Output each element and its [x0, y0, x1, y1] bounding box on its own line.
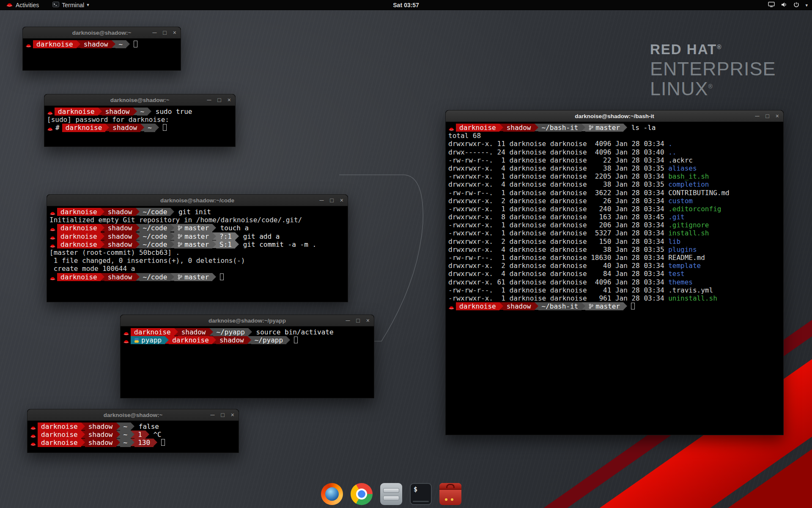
terminal-line: -rw-rw-r--. 1 darknoise darknoise 41 Jan…	[448, 286, 781, 294]
terminal-line: Initialized empty Git repository in /hom…	[49, 216, 345, 224]
prompt-segment-text: ~	[123, 431, 128, 439]
powerline-separator-icon	[101, 232, 104, 240]
output-text: drwxrwxr-x. 4 darknoise darknoise 38 Jan…	[448, 180, 668, 188]
command-text: git init	[174, 208, 211, 216]
window-titlebar[interactable]: darknoise@shadow:~─□×	[23, 27, 181, 39]
terminal-content[interactable]: darknoiseshadow~/code git initInitialize…	[47, 206, 348, 283]
app-grid-icon	[469, 483, 491, 505]
prompt-segment-venv: pyapp	[131, 336, 165, 344]
command-text: git commit -a -m .	[239, 240, 316, 248]
terminal-window[interactable]: darknoise@shadow:~/bash-it─□×darknoisesh…	[445, 110, 784, 435]
redhat-prompt-icon	[123, 336, 131, 345]
dock-item-files[interactable]	[380, 483, 403, 505]
window-titlebar[interactable]: darknoise@shadow:~/pyapp─□×	[121, 315, 374, 326]
powerline-separator-icon	[499, 302, 503, 310]
minimize-button[interactable]: ─	[210, 412, 214, 418]
powerline-separator-icon	[105, 124, 109, 131]
prompt-segment-text: darknoise	[41, 422, 78, 431]
prompt-segment-text: darknoise	[58, 108, 95, 116]
prompt-segment-git: master	[585, 302, 623, 310]
output-text: drwxrwxr-x. 4 darknoise darknoise 38 Jan…	[448, 164, 668, 172]
text-cursor	[161, 439, 165, 446]
prompt-segment-git: master	[174, 240, 212, 248]
powerline-separator-icon	[535, 302, 538, 310]
maximize-button[interactable]: □	[163, 30, 166, 36]
dock-item-app-grid[interactable]	[469, 483, 491, 505]
window-titlebar[interactable]: darknoise@shadow:~─□×	[27, 409, 239, 421]
maximize-button[interactable]: □	[330, 197, 333, 203]
prompt-segment-text: shadow	[108, 273, 132, 281]
command-text: ^C	[149, 431, 162, 439]
minimize-button[interactable]: ─	[346, 318, 350, 323]
dock-item-terminal[interactable]: $	[409, 483, 432, 505]
output-text: drwxrwxr-x. 61 darknoise darknoise 4096 …	[448, 278, 668, 286]
window-titlebar[interactable]: darknoise@shadow:~/bash-it─□×	[446, 110, 783, 122]
terminal-window[interactable]: darknoise@shadow:~/code─□×darknoiseshado…	[47, 194, 348, 302]
powerline-separator-icon	[209, 328, 213, 336]
terminal-window[interactable]: darknoise@shadow:~─□×darknoiseshadow~ fa…	[27, 409, 239, 453]
terminal-content[interactable]: darknoiseshadow~ falsedarknoiseshadow~1 …	[27, 421, 239, 449]
redhat-prompt-icon	[25, 40, 33, 50]
terminal-content[interactable]: darknoiseshadow~/bash-itmaster ls -latot…	[446, 122, 783, 312]
powerline-separator-icon	[112, 40, 115, 48]
close-button[interactable]: ×	[228, 97, 231, 103]
minimize-button[interactable]: ─	[152, 30, 156, 36]
powerline-separator-icon	[212, 273, 216, 281]
prompt-segment-host: shadow	[503, 302, 535, 310]
powerline-separator-icon	[101, 208, 104, 215]
prompt-segment-exit: 1	[134, 431, 145, 439]
activities-button[interactable]: Activities	[4, 0, 41, 10]
minimize-button[interactable]: ─	[319, 197, 324, 203]
redhat-prompt-icon	[49, 273, 57, 282]
terminal-window[interactable]: darknoise@shadow:~─□×darknoiseshadow~ su…	[44, 94, 236, 147]
prompt-segment-path: ~	[120, 439, 131, 447]
powerline-separator-icon	[136, 232, 140, 240]
prompt-segment-path: ~	[137, 108, 148, 116]
terminal-line: darknoiseshadow~/pyapp source bin/activa…	[123, 328, 371, 336]
prompt-segment-user: darknoise	[38, 431, 81, 439]
app-menu-terminal[interactable]: Terminal ▾	[51, 0, 91, 10]
prompt-segment-text: 1	[138, 431, 142, 439]
maximize-button[interactable]: □	[221, 412, 224, 418]
minimize-button[interactable]: ─	[755, 113, 759, 119]
clock[interactable]: Sat 03:57	[393, 2, 419, 8]
close-button[interactable]: ×	[340, 197, 343, 203]
prompt-segment-text: ~/bash-it	[542, 302, 579, 310]
terminal-line: -rwxrwxr-x. 1 darknoise darknoise 961 Ja…	[448, 294, 781, 302]
maximize-button[interactable]: □	[765, 113, 769, 119]
close-button[interactable]: ×	[231, 412, 234, 418]
terminal-content[interactable]: darknoiseshadow~	[23, 39, 181, 50]
powerline-separator-icon	[623, 302, 627, 310]
window-titlebar[interactable]: darknoise@shadow:~/code─□×	[47, 195, 348, 206]
terminal-line: darknoiseshadow~/codemaster?:1 git add a	[49, 232, 345, 240]
prompt-segment-user: darknoise	[55, 108, 98, 116]
dock-item-toolbox[interactable]	[439, 483, 462, 505]
prompt-segment-text: darknoise	[60, 232, 97, 240]
window-titlebar[interactable]: darknoise@shadow:~─□×	[44, 94, 235, 106]
prompt-segment-host: shadow	[80, 40, 112, 48]
prompt-segment-text: shadow	[88, 422, 113, 431]
window-title: darknoise@shadow:~/code	[160, 197, 234, 204]
top-bar: Activities Terminal ▾ Sat 03:57 ▾	[0, 0, 812, 10]
activities-label: Activities	[16, 2, 39, 8]
file-name: test	[668, 270, 685, 278]
terminal-line: -rw-rw-r--. 1 darknoise darknoise 18630 …	[448, 254, 781, 262]
powerline-separator-icon	[81, 431, 85, 438]
terminal-window[interactable]: darknoise@shadow:~─□×darknoiseshadow~	[22, 27, 181, 71]
terminal-content[interactable]: darknoiseshadow~ sudo true[sudo] passwor…	[44, 106, 235, 134]
close-button[interactable]: ×	[776, 113, 779, 119]
system-status-area[interactable]: ▾	[768, 0, 808, 10]
dock-item-chrome[interactable]	[350, 483, 373, 505]
prompt-segment-text: shadow	[507, 124, 531, 132]
minimize-button[interactable]: ─	[207, 97, 211, 103]
terminal-line: darknoiseshadow~/codemasterS:1 git commi…	[49, 240, 345, 248]
maximize-button[interactable]: □	[217, 97, 221, 103]
prompt-segment-text: darknoise	[41, 439, 78, 447]
close-button[interactable]: ×	[173, 30, 176, 36]
dock-item-firefox[interactable]	[321, 483, 343, 505]
terminal-window[interactable]: darknoise@shadow:~/pyapp─□×darknoiseshad…	[120, 315, 374, 398]
maximize-button[interactable]: □	[356, 318, 359, 323]
prompt-segment-text: darknoise	[60, 240, 97, 248]
close-button[interactable]: ×	[366, 318, 370, 323]
terminal-content[interactable]: darknoiseshadow~/pyapp source bin/activa…	[121, 326, 374, 346]
